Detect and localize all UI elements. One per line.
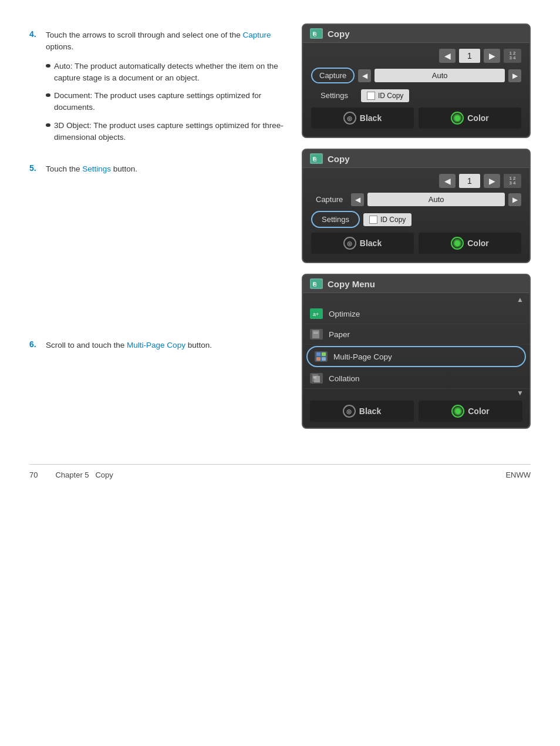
screen2-body: ◀ 1 ▶ 1 23 4 Capture ◀ Auto ▶ Settings — [303, 168, 529, 262]
step-5: 5. Touch the Settings button. — [29, 163, 284, 175]
screen1-black-label: Black — [360, 113, 382, 123]
screen2-black-btn[interactable]: ◎ Black — [311, 233, 414, 254]
screen2-title: Copy — [328, 154, 350, 164]
svg-rect-8 — [312, 330, 319, 338]
svg-rect-12 — [316, 352, 321, 356]
bullet-auto-text: Auto: The product automatically detects … — [54, 61, 284, 85]
screen3-black-label: Black — [359, 406, 381, 416]
screen-3: ⎘ Copy Menu ▲ a+ Optimize — [302, 274, 531, 429]
step-4-bullets: Auto: The product automatically detects … — [46, 61, 284, 144]
screen1-auto-val: Auto — [375, 69, 505, 82]
screen2-settings-row: Settings ID Copy — [311, 211, 521, 228]
screen2-increment-btn[interactable]: ▶ — [484, 174, 500, 188]
screen3-color-label: Color — [468, 406, 490, 416]
step-5-number: 5. — [29, 163, 41, 175]
menu-item-collation[interactable]: Collation — [303, 368, 529, 389]
svg-rect-13 — [322, 352, 326, 356]
menu-item-multipage[interactable]: Multi-Page Copy — [306, 346, 526, 367]
screen1-settings-btn[interactable]: Settings — [311, 88, 357, 103]
scroll-down-indicator: ▼ — [303, 389, 529, 397]
screen2-color-icon: ◉ — [451, 237, 464, 250]
optimize-icon: a+ — [310, 308, 323, 319]
screen1-title: Copy — [328, 29, 350, 39]
screen1-increment-btn[interactable]: ▶ — [484, 49, 500, 63]
screen1-black-btn[interactable]: ◎ Black — [311, 107, 414, 129]
screen2-header-icon: ⎘ — [310, 153, 323, 164]
bullet-dot-3d — [46, 123, 50, 127]
page-content: 4. Touch the arrows to scroll through an… — [29, 23, 531, 429]
footer-chapter-label: Chapter 5 Copy — [55, 471, 113, 479]
menu-item-optimize[interactable]: a+ Optimize — [303, 304, 529, 324]
screen1-black-icon: ◎ — [343, 112, 356, 125]
menu-item-paper-label: Paper — [329, 330, 350, 339]
multipage-link[interactable]: Multi-Page Copy — [127, 341, 185, 350]
screen2-capture-label: Capture — [311, 193, 348, 206]
screen2-capture-row: Capture ◀ Auto ▶ — [311, 193, 521, 206]
capture-link-4[interactable]: Capture — [242, 31, 271, 39]
screen2-idcopy-btn[interactable]: ID Copy — [363, 213, 411, 226]
bullet-3dobject: 3D Object: The product uses capture sett… — [46, 120, 284, 144]
screen2-settings-btn[interactable]: Settings — [311, 211, 360, 228]
screen2-color-label: Color — [467, 238, 489, 248]
step-4-number: 4. — [29, 29, 41, 149]
screen3-color-btn[interactable]: ◉ Color — [419, 401, 522, 422]
screen2-auto-val: Auto — [367, 193, 505, 206]
footer-left: 70 Chapter 5 Copy — [29, 471, 113, 479]
bullet-dot-auto — [46, 64, 50, 68]
step-6: 6. Scroll to and touch the Multi-Page Co… — [29, 340, 284, 351]
screen2-decrement-btn[interactable]: ◀ — [439, 174, 456, 188]
footer-page-number: 70 — [29, 471, 38, 479]
screen1-capture-label[interactable]: Capture — [311, 68, 355, 83]
screen1-idcopy-label: ID Copy — [378, 92, 403, 100]
svg-rect-14 — [316, 357, 321, 361]
svg-rect-18 — [313, 377, 316, 377]
screen2-capture-left[interactable]: ◀ — [351, 193, 364, 206]
screen2-color-btn[interactable]: ◉ Color — [419, 233, 521, 254]
screen1-decrement-btn[interactable]: ◀ — [439, 49, 456, 63]
screen2-idcopy-checkbox — [369, 216, 377, 224]
multipage-icon — [315, 351, 328, 362]
step-6-number: 6. — [29, 340, 41, 351]
auto-link[interactable]: Auto — [54, 62, 70, 70]
screen2-idcopy-label: ID Copy — [380, 216, 406, 224]
bullet-document-text: Document: The product uses capture setti… — [54, 90, 284, 114]
screen1-counter-val: 1 — [459, 49, 480, 63]
bullet-3d-text: 3D Object: The product uses capture sett… — [54, 120, 284, 144]
menu-item-paper[interactable]: Paper — [303, 324, 529, 345]
menu-item-optimize-label: Optimize — [329, 310, 360, 318]
screen1-capture-row: Capture ◀ Auto ▶ — [311, 68, 521, 83]
menu-item-collation-label: Collation — [329, 374, 360, 383]
screen1-capture-right[interactable]: ▶ — [508, 69, 521, 82]
screen1-idcopy-btn[interactable]: ID Copy — [361, 89, 409, 102]
screen2-black-label: Black — [360, 238, 382, 248]
screen1-color-label: Color — [467, 113, 489, 123]
collation-icon — [310, 373, 323, 384]
screen1-capture-left[interactable]: ◀ — [358, 69, 371, 82]
screen2-capture-right[interactable]: ▶ — [508, 193, 521, 206]
step-4-text: Touch the arrows to scroll through and s… — [46, 29, 284, 53]
screen1-action-row: ◎ Black ◉ Color — [311, 107, 521, 129]
3dobject-link[interactable]: 3D Object — [54, 121, 89, 130]
svg-text:a+: a+ — [313, 311, 319, 317]
screen1-settings-row: Settings ID Copy — [311, 88, 521, 103]
screen3-black-btn[interactable]: ◎ Black — [310, 401, 414, 422]
screen-2: ⎘ Copy ◀ 1 ▶ 1 23 4 Capture ◀ Auto ▶ — [302, 149, 531, 263]
svg-rect-10 — [313, 333, 318, 334]
screen2-counter-row: ◀ 1 ▶ 1 23 4 — [311, 174, 521, 188]
screen1-idcopy-checkbox — [367, 92, 375, 100]
screen1-color-btn[interactable]: ◉ Color — [419, 107, 521, 129]
screen2-counter-val: 1 — [459, 174, 480, 188]
settings-link[interactable]: Settings — [82, 164, 111, 173]
screen3-body: ▲ a+ Optimize Paper — [303, 293, 529, 428]
screen1-counter-icon: 1 23 4 — [504, 49, 521, 63]
screen3-action-row: ◎ Black ◉ Color — [303, 401, 529, 422]
document-link[interactable]: Document — [54, 91, 90, 100]
page-footer: 70 Chapter 5 Copy ENWW — [29, 464, 531, 479]
screen-1: ⎘ Copy ◀ 1 ▶ 1 23 4 Capture ◀ Auto ▶ — [302, 23, 531, 138]
screen1-counter-row: ◀ 1 ▶ 1 23 4 — [311, 49, 521, 63]
bullet-document: Document: The product uses capture setti… — [46, 90, 284, 114]
screen2-header: ⎘ Copy — [303, 150, 529, 168]
bullet-dot-document — [46, 93, 50, 97]
screen1-body: ◀ 1 ▶ 1 23 4 Capture ◀ Auto ▶ Settings — [303, 43, 529, 137]
screen1-header-icon: ⎘ — [310, 28, 323, 39]
